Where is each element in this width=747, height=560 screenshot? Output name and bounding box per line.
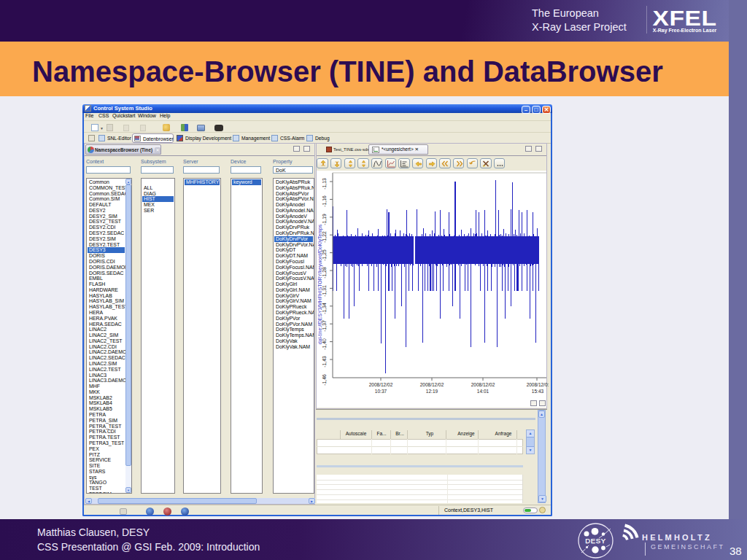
svg-text:DESY: DESY: [585, 537, 605, 545]
